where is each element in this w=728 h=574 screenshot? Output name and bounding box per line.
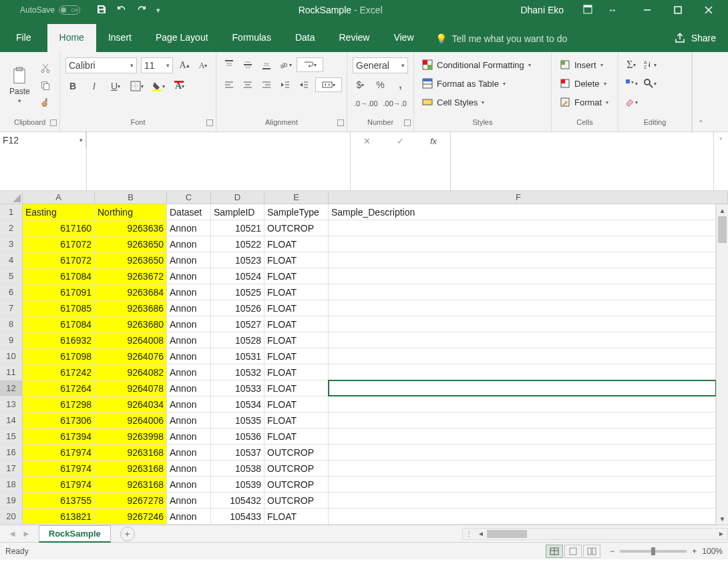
grid-cell[interactable]: 10528 xyxy=(211,332,264,348)
grid-cell[interactable]: 10535 xyxy=(211,412,264,428)
grid-cell[interactable]: 9264008 xyxy=(95,332,167,348)
grid-cell[interactable]: 617084 xyxy=(23,268,95,284)
new-sheet-button[interactable]: ＋ xyxy=(120,527,135,541)
grid-cell[interactable]: 10537 xyxy=(211,445,264,460)
page-break-view-icon[interactable] xyxy=(583,545,600,558)
grid-cell[interactable]: 10532 xyxy=(211,364,264,380)
row-header[interactable]: 7 xyxy=(0,300,23,316)
decrease-decimal-icon[interactable]: .00→.0 xyxy=(383,96,407,111)
grid-cell[interactable]: Annon xyxy=(167,461,211,476)
grid-cell[interactable] xyxy=(329,252,716,268)
increase-font-icon[interactable]: A▴ xyxy=(177,58,192,73)
vertical-scrollbar[interactable]: ▲ ▼ xyxy=(716,204,728,525)
grid-cell[interactable] xyxy=(329,461,716,476)
row-header[interactable]: 1 xyxy=(0,204,23,220)
grid-cell[interactable]: FLOAT xyxy=(264,316,329,332)
grid-cell[interactable] xyxy=(329,364,716,380)
row-header[interactable]: 17 xyxy=(0,461,23,476)
grid-cell[interactable]: FLOAT xyxy=(264,428,329,444)
grid-cell[interactable]: Annon xyxy=(167,284,211,300)
row-header[interactable]: 13 xyxy=(0,396,23,412)
grid-cell[interactable]: 616932 xyxy=(23,332,95,348)
grid-cell[interactable] xyxy=(329,477,716,492)
grid-cell[interactable]: 10524 xyxy=(211,268,264,284)
italic-icon[interactable]: I xyxy=(87,79,102,93)
format-cells-button[interactable]: Format▾ xyxy=(557,95,611,109)
undo-icon[interactable] xyxy=(116,4,127,17)
percent-icon[interactable]: % xyxy=(373,77,388,92)
grid-cell[interactable]: Annon xyxy=(167,268,211,284)
grid-cell[interactable]: 617394 xyxy=(23,428,95,444)
align-bottom-icon[interactable] xyxy=(259,57,274,72)
grid-cell[interactable]: Annon xyxy=(167,332,211,348)
grid-cell[interactable]: FLOAT xyxy=(264,332,329,348)
grid-cell[interactable]: Annon xyxy=(167,477,211,492)
header-cell[interactable]: SampleType xyxy=(264,204,329,220)
grid-cell[interactable]: 10521 xyxy=(211,220,264,236)
font-color-icon[interactable]: A▾ xyxy=(172,79,187,93)
zoom-level[interactable]: 100% xyxy=(702,547,723,556)
tab-review[interactable]: Review xyxy=(327,24,382,52)
row-header[interactable]: 4 xyxy=(0,252,23,268)
header-cell[interactable]: SampleID xyxy=(211,204,264,220)
grid-cell[interactable]: OUTCROP xyxy=(264,220,329,236)
header-cell[interactable]: Easting xyxy=(23,204,95,220)
grid-cell[interactable] xyxy=(329,493,716,508)
font-dialog-icon[interactable] xyxy=(206,119,213,126)
increase-decimal-icon[interactable]: .0→.00 xyxy=(354,96,377,111)
fill-color-icon[interactable]: ▾ xyxy=(151,79,166,93)
minimize-button[interactable] xyxy=(632,0,663,20)
col-header-B[interactable]: B xyxy=(95,191,167,204)
grid-cell[interactable]: Annon xyxy=(167,412,211,428)
redo-icon[interactable] xyxy=(136,4,147,17)
close-button[interactable] xyxy=(693,0,724,20)
enter-formula-icon[interactable]: ✓ xyxy=(397,136,404,146)
grid-cell[interactable]: 617084 xyxy=(23,316,95,332)
row-header[interactable]: 11 xyxy=(0,364,23,380)
grid-cell[interactable]: 9263168 xyxy=(95,445,167,460)
grid-cell[interactable] xyxy=(329,316,716,332)
grid-cell[interactable]: OUTCROP xyxy=(264,493,329,508)
grid-cell[interactable]: Annon xyxy=(167,493,211,508)
expand-formula-bar-icon[interactable]: ˅ xyxy=(713,132,728,190)
grid-cell[interactable]: 617306 xyxy=(23,412,95,428)
grid-cell[interactable]: FLOAT xyxy=(264,300,329,316)
scroll-left-icon[interactable]: ◄ xyxy=(475,530,487,537)
autosum-icon[interactable]: Σ▾ xyxy=(624,57,639,72)
grid-cell[interactable]: 617160 xyxy=(23,220,95,236)
tab-data[interactable]: Data xyxy=(283,24,327,52)
header-cell[interactable]: Northing xyxy=(95,204,167,220)
grid-cell[interactable]: 613755 xyxy=(23,493,95,508)
row-header[interactable]: 16 xyxy=(0,445,23,460)
grid-cell[interactable]: 9263672 xyxy=(95,268,167,284)
clear-icon[interactable]: ▾ xyxy=(624,95,639,109)
align-top-icon[interactable] xyxy=(222,57,236,72)
decrease-indent-icon[interactable] xyxy=(278,77,293,92)
grid-cell[interactable] xyxy=(329,300,716,316)
grid-cell[interactable]: Annon xyxy=(167,396,211,412)
grid-cell[interactable]: 10522 xyxy=(211,236,264,252)
format-as-table-button[interactable]: Format as Table▾ xyxy=(419,76,508,91)
horizontal-scrollbar[interactable]: ⋮ ◄ ► xyxy=(462,528,728,540)
cancel-formula-icon[interactable]: ✕ xyxy=(363,136,371,146)
grid-cell[interactable] xyxy=(329,380,716,396)
scroll-split-icon[interactable]: ⋮ xyxy=(463,530,475,537)
grid-cell[interactable]: 617072 xyxy=(23,236,95,252)
grid-cell[interactable]: FLOAT xyxy=(264,396,329,412)
header-cell[interactable]: Dataset xyxy=(167,204,211,220)
row-header[interactable]: 12 xyxy=(0,380,23,396)
grid-cell[interactable]: 9264006 xyxy=(95,412,167,428)
grid-cell[interactable]: OUTCROP xyxy=(264,445,329,460)
grid-cell[interactable]: 10525 xyxy=(211,284,264,300)
row-header[interactable]: 6 xyxy=(0,284,23,300)
maximize-button[interactable] xyxy=(663,0,693,20)
grid-cell[interactable]: 9267278 xyxy=(95,493,167,508)
page-layout-view-icon[interactable] xyxy=(564,545,582,558)
save-icon[interactable] xyxy=(96,4,107,17)
comma-icon[interactable]: , xyxy=(393,77,408,92)
accounting-icon[interactable]: $▾ xyxy=(353,77,368,92)
sheet-nav-prev-icon[interactable]: ◄ xyxy=(8,529,17,539)
grid-cell[interactable]: FLOAT xyxy=(264,380,329,396)
col-header-F[interactable]: F xyxy=(329,191,728,204)
grid-cell[interactable]: Annon xyxy=(167,236,211,252)
